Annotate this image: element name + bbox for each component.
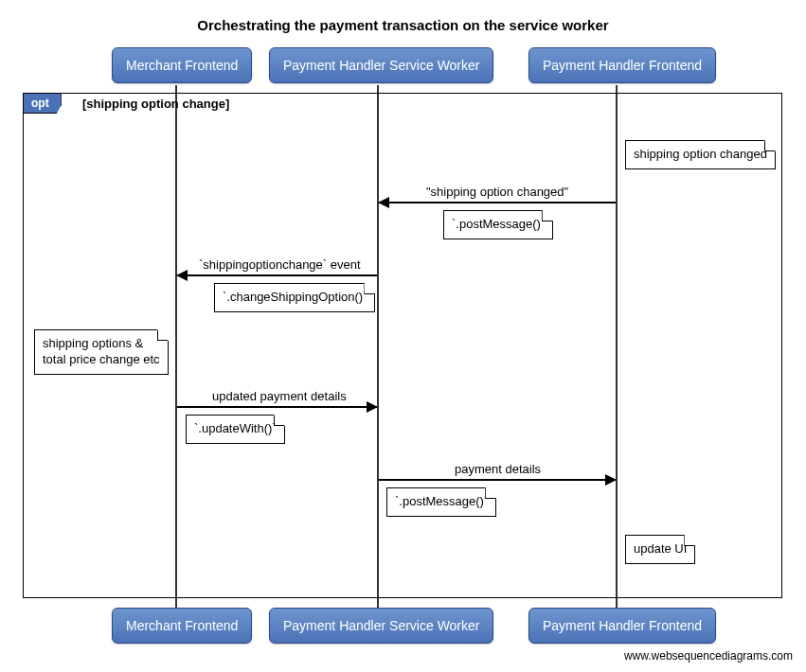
msg-updated-details-arrow bbox=[367, 401, 378, 413]
msg-shipping-option-changed-label: "shipping option changed" bbox=[424, 185, 570, 199]
msg-shipping-option-changed-note: `.postMessage()` bbox=[443, 210, 553, 239]
participant-handler-frontend-bottom: Payment Handler Frontend bbox=[528, 608, 716, 644]
msg-shippingoptionchange-note: `.changeShippingOption()` bbox=[214, 283, 375, 312]
participant-merchant-frontend-top: Merchant Frontend bbox=[112, 47, 252, 83]
diagram-title: Orchestrating the payment transaction on… bbox=[0, 0, 806, 33]
opt-guard: [shipping option change] bbox=[82, 97, 229, 111]
participant-handler-frontend-top: Payment Handler Frontend bbox=[528, 47, 716, 83]
note-shipping-options-total: shipping options & total price change et… bbox=[34, 329, 169, 375]
msg-updated-details-label: updated payment details bbox=[210, 389, 349, 403]
note-shipping-option-changed: shipping option changed bbox=[625, 140, 776, 169]
participant-service-worker-top: Payment Handler Service Worker bbox=[269, 47, 493, 83]
participant-merchant-frontend-bottom: Merchant Frontend bbox=[112, 608, 252, 644]
msg-shipping-option-changed-arrow bbox=[378, 197, 389, 208]
msg-shippingoptionchange-line bbox=[177, 274, 377, 276]
note-update-ui: update UI bbox=[625, 535, 695, 564]
msg-payment-details-line bbox=[379, 479, 616, 481]
msg-updated-details-line bbox=[177, 406, 377, 408]
credit: www.websequencediagrams.com bbox=[624, 649, 793, 663]
msg-payment-details-note: `.postMessage()` bbox=[386, 487, 496, 517]
msg-payment-details-label: payment details bbox=[453, 462, 543, 476]
msg-shipping-option-changed-line bbox=[379, 202, 616, 203]
msg-payment-details-arrow bbox=[605, 474, 617, 486]
msg-shippingoptionchange-arrow bbox=[176, 270, 188, 281]
opt-label: opt bbox=[23, 93, 62, 114]
msg-updated-details-note: `.updateWith()` bbox=[186, 415, 285, 444]
participant-service-worker-bottom: Payment Handler Service Worker bbox=[269, 608, 493, 644]
msg-shippingoptionchange-label: `shippingoptionchange` event bbox=[197, 257, 363, 272]
